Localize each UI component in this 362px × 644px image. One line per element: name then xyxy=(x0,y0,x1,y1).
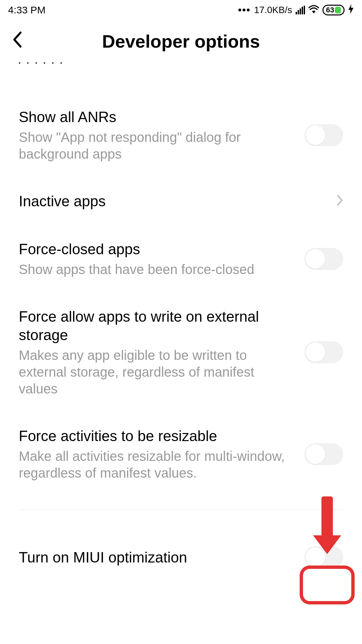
setting-inactive-apps[interactable]: Inactive apps xyxy=(19,177,343,225)
status-time: 4:33 PM xyxy=(8,4,46,16)
page-title: Developer options xyxy=(102,31,260,52)
setting-title: Force allow apps to write on external st… xyxy=(19,307,294,344)
app-header: Developer options xyxy=(0,20,362,62)
cellular-signal-icon xyxy=(296,6,305,14)
chevron-right-icon xyxy=(337,193,343,210)
setting-title: Force activities to be resizable xyxy=(19,427,294,445)
status-bar: 4:33 PM ••• 17.0KB/s 63 xyxy=(0,0,362,20)
wifi-icon xyxy=(308,4,319,16)
battery-indicator: 63 xyxy=(322,5,345,15)
back-button[interactable] xyxy=(9,30,25,52)
network-speed: 17.0KB/s xyxy=(254,5,292,15)
toggle-force-closed-apps[interactable] xyxy=(304,248,343,270)
status-right: ••• 17.0KB/s 63 xyxy=(238,4,354,16)
setting-subtitle: Show apps that have been force-closed xyxy=(19,261,294,278)
battery-percent: 63 xyxy=(326,6,334,14)
charging-icon xyxy=(348,4,354,16)
annotation-arrow-icon xyxy=(313,496,341,554)
setting-title: Inactive apps xyxy=(19,192,326,210)
setting-title: Turn on MIUI optimization xyxy=(19,548,294,567)
setting-force-allow-external-storage[interactable]: Force allow apps to write on external st… xyxy=(19,292,343,412)
setting-subtitle: Makes any app eligible to be written to … xyxy=(19,347,294,397)
setting-subtitle: Show "App not responding" dialog for bac… xyxy=(19,129,294,162)
setting-force-activities-resizable[interactable]: Force activities to be resizable Make al… xyxy=(19,412,343,496)
setting-miui-optimization[interactable]: Turn on MIUI optimization xyxy=(19,531,343,583)
settings-list[interactable]: Show all ANRs Show "App not responding" … xyxy=(0,66,362,510)
setting-title: Show all ANRs xyxy=(19,108,294,126)
more-icon: ••• xyxy=(238,4,251,16)
toggle-force-allow-external-storage[interactable] xyxy=(304,341,343,363)
setting-force-closed-apps[interactable]: Force-closed apps Show apps that have be… xyxy=(19,225,343,292)
toggle-show-all-anrs[interactable] xyxy=(304,124,343,146)
setting-subtitle: Make all activities resizable for multi-… xyxy=(19,448,294,481)
setting-show-all-anrs[interactable]: Show all ANRs Show "App not responding" … xyxy=(19,93,343,177)
setting-title: Force-closed apps xyxy=(19,240,294,258)
toggle-force-activities-resizable[interactable] xyxy=(304,443,343,465)
